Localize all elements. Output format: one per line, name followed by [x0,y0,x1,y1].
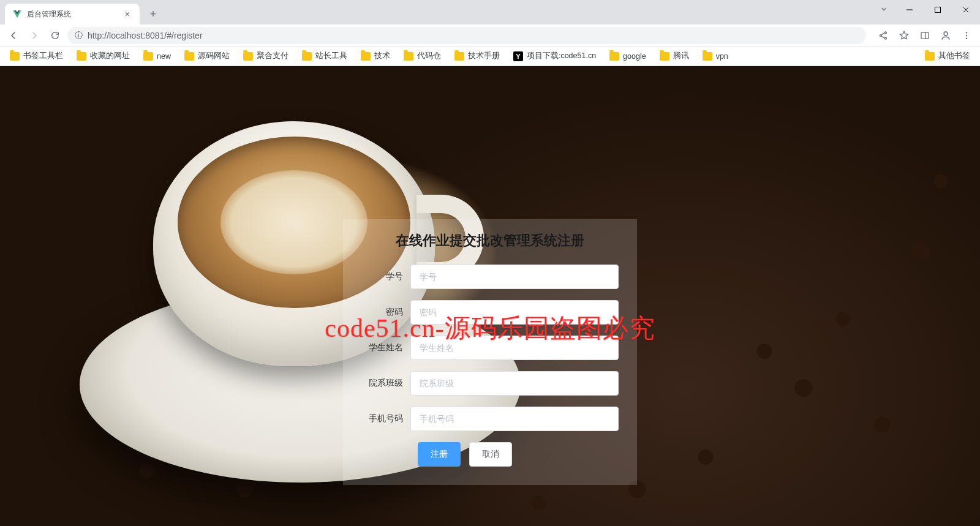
name-input[interactable] [410,336,619,360]
nav-back-button[interactable] [5,27,22,44]
bookmark-item[interactable]: 腾讯 [656,48,693,64]
omnibox-url: http://localhost:8081/#/register [88,31,203,40]
cancel-button[interactable]: 取消 [469,442,512,467]
bookmark-item[interactable]: 技术手册 [451,48,503,64]
bookmark-item[interactable]: 书签工具栏 [6,48,67,64]
folder-icon [609,52,619,61]
window-minimize-button[interactable] [895,0,924,20]
bookmarks-bar: 书签工具栏 收藏的网址 new 源码网站 聚合支付 站长工具 技术 代码仓 技术… [0,47,980,66]
browser-titlebar: 后台管理系统 × + [0,0,980,24]
window-close-button[interactable] [952,0,980,20]
kebab-menu-button[interactable] [958,27,975,44]
bookmark-item[interactable]: 收藏的网址 [73,48,134,64]
folder-icon [703,52,712,61]
bookmark-item[interactable]: vpn [699,50,732,63]
phone-input[interactable] [410,407,619,431]
password-input[interactable] [410,300,619,325]
register-form: 在线作业提交批改管理系统注册 学号 密码 学生姓名 院系班级 手机号码 [343,219,637,485]
folder-icon [184,52,194,61]
svg-point-3 [885,37,887,39]
side-panel-button[interactable] [916,27,933,44]
folder-icon [361,52,371,61]
profile-button[interactable] [937,27,954,44]
tab-title: 后台管理系统 [27,9,71,20]
folder-icon [77,52,86,61]
class-label: 院系班级 [361,378,410,389]
bookmark-item[interactable]: 站长工具 [298,48,351,64]
browser-tab-active[interactable]: 后台管理系统 × [5,4,140,24]
y-icon: Y [513,51,523,61]
folder-icon [143,52,153,61]
register-button[interactable]: 注册 [418,442,461,467]
folder-icon [10,52,20,61]
svg-point-2 [885,31,887,33]
bookmark-item[interactable]: 源码网站 [181,48,233,64]
student-id-label: 学号 [361,271,410,282]
omnibox[interactable]: ⓘ http://localhost:8081/#/register [67,27,866,44]
folder-icon [925,52,935,61]
nav-forward-button[interactable] [26,27,43,44]
new-tab-button[interactable]: + [145,6,162,23]
class-input[interactable] [410,371,619,396]
folder-icon [660,52,669,61]
bookmark-item[interactable]: 聚合支付 [239,48,292,64]
bookmark-item[interactable]: new [140,50,175,63]
bookmark-overflow[interactable]: 其他书签 [921,48,974,64]
student-id-input[interactable] [410,265,619,289]
folder-icon [454,52,464,61]
form-title: 在线作业提交批改管理系统注册 [361,231,619,250]
browser-address-bar: ⓘ http://localhost:8081/#/register [0,24,980,47]
folder-icon [243,52,253,61]
svg-point-8 [966,34,967,36]
page-content: code51.cn-源码乐园盗图必究 在线作业提交批改管理系统注册 学号 密码 … [0,66,980,526]
folder-icon [302,52,312,61]
nav-reload-button[interactable] [47,27,64,44]
tab-search-button[interactable] [880,5,888,16]
svg-point-7 [966,32,967,33]
svg-rect-4 [921,32,929,39]
password-label: 密码 [361,307,410,318]
svg-point-1 [880,34,882,36]
bookmark-star-button[interactable] [895,27,913,44]
svg-point-9 [966,37,967,39]
name-label: 学生姓名 [361,342,410,353]
tab-close-button[interactable]: × [123,8,132,20]
site-info-icon[interactable]: ⓘ [75,30,83,41]
share-button[interactable] [875,27,892,44]
phone-label: 手机号码 [361,413,410,424]
vue-favicon-icon [12,9,22,19]
bookmark-item[interactable]: 技术 [357,48,394,64]
svg-rect-0 [935,7,941,13]
folder-icon [404,52,413,61]
bookmark-item[interactable]: 代码仓 [400,48,445,64]
bookmark-item[interactable]: google [606,50,650,63]
bookmark-item[interactable]: Y项目下载:code51.cn [510,48,600,64]
svg-point-6 [944,32,948,36]
window-maximize-button[interactable] [924,0,952,20]
